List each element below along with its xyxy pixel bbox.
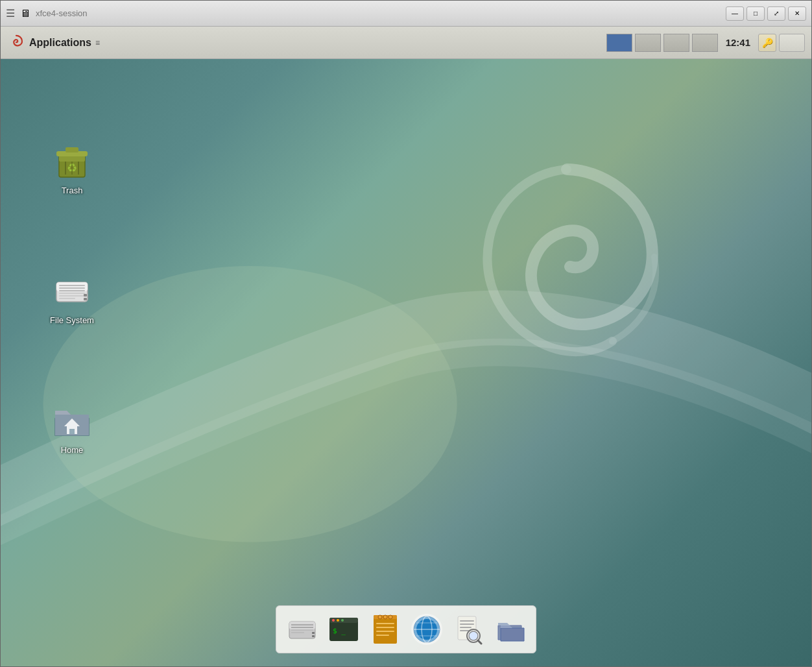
svg-point-38 — [378, 615, 382, 619]
trash-label: Trash — [59, 185, 86, 196]
home-icon[interactable]: Home — [40, 396, 104, 459]
panel-right: 12:41 🔑 — [606, 34, 805, 52]
debian-logo-icon — [7, 34, 25, 52]
svg-rect-18 — [84, 298, 87, 300]
trash-icon[interactable]: ♻ Trash — [40, 137, 104, 200]
window-title: xfce4-session — [36, 8, 87, 18]
home-svg-icon — [51, 400, 93, 442]
workspace-2-button[interactable] — [635, 34, 661, 52]
dock-drive-icon — [287, 614, 318, 645]
svg-point-39 — [383, 615, 387, 619]
notification-icon[interactable]: 🔑 — [758, 34, 776, 52]
minimize-button[interactable]: — — [726, 6, 744, 21]
svg-rect-14 — [59, 293, 85, 294]
taskbar-dock: $ _ — [276, 605, 536, 653]
svg-rect-27 — [291, 632, 304, 633]
svg-rect-54 — [460, 627, 472, 628]
svg-rect-21 — [69, 429, 75, 434]
workspace-4-button[interactable] — [692, 34, 718, 52]
trash-svg-icon: ♻ — [51, 141, 93, 182]
maximize-button[interactable]: □ — [746, 6, 765, 21]
panel-bar: Applications ≡ 12:41 🔑 — [1, 27, 811, 59]
dock-browser-icon — [411, 614, 442, 645]
svg-point-57 — [469, 631, 478, 640]
svg-point-34 — [337, 619, 339, 622]
svg-rect-29 — [312, 635, 315, 637]
filesystem-icon[interactable]: File System — [40, 267, 104, 330]
svg-line-58 — [478, 640, 481, 644]
debian-swirl-watermark — [444, 150, 690, 422]
svg-rect-24 — [291, 624, 313, 625]
svg-rect-28 — [312, 632, 315, 634]
close-button[interactable]: ✕ — [788, 6, 806, 21]
svg-rect-36 — [374, 615, 397, 644]
dock-terminal-icon: $ _ — [328, 614, 359, 645]
svg-rect-17 — [84, 294, 87, 297]
app-icon: 🖥 — [20, 8, 30, 19]
title-bar-controls: — □ ⤢ ✕ — [726, 6, 806, 21]
svg-rect-11 — [59, 285, 85, 286]
clock-display: 12:41 — [721, 37, 756, 48]
filesystem-label: File System — [47, 315, 97, 326]
svg-rect-42 — [376, 627, 394, 628]
svg-rect-41 — [376, 623, 394, 624]
workspace-3-button[interactable] — [663, 34, 689, 52]
svg-rect-10 — [56, 282, 88, 291]
panel-left: Applications ≡ — [7, 34, 100, 52]
dock-viewer-icon — [453, 614, 484, 645]
workspace-1-button[interactable] — [606, 34, 632, 52]
desktop: ♻ Trash — [1, 59, 811, 666]
panel-menu-icon[interactable]: ≡ — [95, 38, 100, 47]
svg-text:$ _: $ _ — [333, 627, 346, 635]
svg-rect-44 — [376, 635, 389, 636]
svg-rect-43 — [376, 631, 394, 632]
dock-viewer-button[interactable] — [450, 611, 486, 648]
svg-rect-52 — [460, 620, 474, 622]
restore-button[interactable]: ⤢ — [767, 6, 785, 21]
svg-rect-26 — [291, 629, 313, 631]
dock-files-button[interactable] — [492, 611, 528, 648]
svg-rect-4 — [66, 147, 78, 152]
window-chrome: ☰ 🖥 xfce4-session — □ ⤢ ✕ Applications ≡… — [0, 0, 812, 667]
desktop-background-curves — [1, 59, 811, 666]
svg-point-33 — [332, 619, 335, 622]
home-label: Home — [58, 444, 86, 455]
svg-rect-12 — [59, 287, 85, 289]
svg-rect-53 — [460, 624, 474, 625]
title-bar: ☰ 🖥 xfce4-session — □ ⤢ ✕ — [1, 1, 811, 27]
svg-rect-25 — [291, 627, 313, 628]
user-button[interactable] — [779, 34, 805, 52]
hamburger-icon: ☰ — [6, 7, 15, 19]
svg-rect-13 — [59, 290, 85, 291]
dock-notes-button[interactable] — [367, 611, 403, 648]
dock-browser-button[interactable] — [409, 611, 445, 648]
svg-rect-16 — [59, 298, 75, 299]
svg-point-0 — [43, 266, 457, 542]
applications-label[interactable]: Applications — [29, 37, 91, 49]
filesystem-svg-icon — [51, 271, 93, 312]
title-bar-left: ☰ 🖥 xfce4-session — [6, 7, 87, 19]
dock-terminal-button[interactable]: $ _ — [326, 611, 362, 648]
svg-point-40 — [388, 615, 392, 619]
dock-drive-button[interactable] — [284, 611, 320, 648]
svg-rect-15 — [59, 295, 85, 297]
dock-notes-icon — [370, 614, 401, 645]
dock-files-icon — [494, 614, 525, 645]
svg-point-35 — [341, 619, 344, 622]
